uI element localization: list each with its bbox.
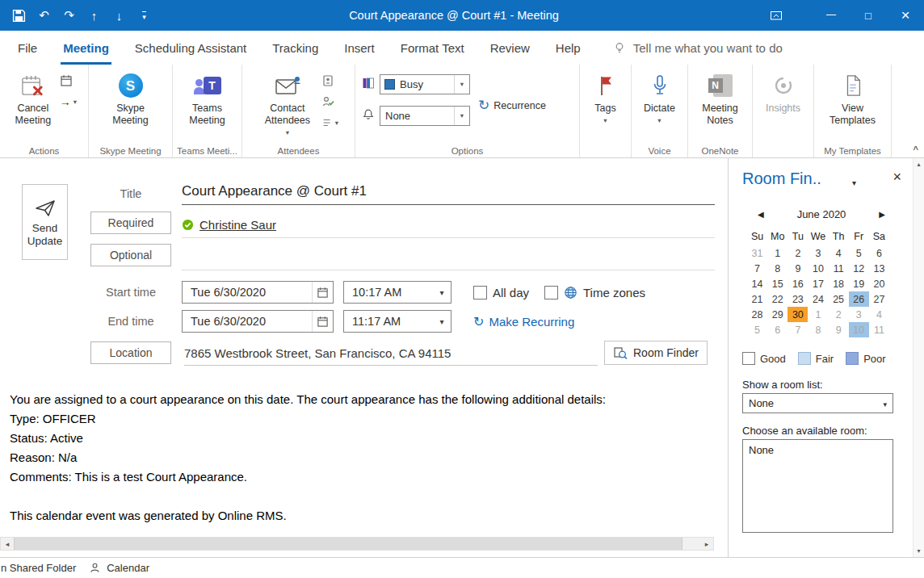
- collapse-ribbon-button[interactable]: ^: [914, 144, 918, 154]
- start-time-input[interactable]: 10:17 AM ▾: [343, 281, 452, 304]
- move-up-button[interactable]: ↑: [82, 0, 107, 31]
- contact-attendees-button[interactable]: Contact Attendees ▾: [257, 69, 318, 136]
- calendar-day[interactable]: 10: [849, 322, 869, 337]
- minimize-button[interactable]: —: [813, 0, 850, 31]
- check-names-button[interactable]: [320, 94, 340, 109]
- time-zones-checkbox[interactable]: [544, 286, 558, 299]
- view-templates-button[interactable]: View Templates: [824, 69, 882, 127]
- calendar-day[interactable]: 6: [869, 245, 889, 261]
- close-button[interactable]: ×: [887, 0, 924, 31]
- calendar-day[interactable]: 12: [849, 261, 869, 276]
- calendar-day[interactable]: 4: [829, 245, 849, 261]
- calendar-day[interactable]: 18: [829, 276, 849, 291]
- tags-button[interactable]: Tags ▾: [591, 69, 619, 124]
- calendar-day[interactable]: 1: [808, 307, 828, 322]
- calendar-day-selected[interactable]: 30: [788, 307, 808, 322]
- calendar-day[interactable]: 7: [788, 322, 808, 337]
- calendar-day[interactable]: 17: [808, 276, 828, 291]
- room-finder-toggle-button[interactable]: Room Finder: [604, 341, 708, 365]
- end-date-input[interactable]: Tue 6/30/2020: [182, 310, 334, 333]
- calendar-day[interactable]: 8: [767, 261, 788, 276]
- calendar-day[interactable]: 11: [829, 261, 849, 276]
- calendar-day[interactable]: 11: [869, 322, 889, 337]
- maximize-button[interactable]: □: [850, 0, 887, 31]
- address-book-button[interactable]: [320, 73, 340, 88]
- tab-insert[interactable]: Insert: [331, 31, 388, 65]
- reminder-dropdown[interactable]: ▾: [454, 107, 469, 125]
- insights-button[interactable]: Insights: [762, 69, 804, 115]
- available-rooms-listbox[interactable]: None: [742, 439, 893, 533]
- calendar-day[interactable]: 2: [788, 245, 808, 261]
- tab-tracking[interactable]: Tracking: [259, 31, 331, 65]
- dictate-button[interactable]: Dictate ▾: [640, 69, 678, 124]
- optional-attendees-button[interactable]: Optional: [90, 244, 171, 266]
- location-input[interactable]: 7865 Westbrook Street, San Francisco, CA…: [184, 341, 598, 366]
- tab-scheduling-assistant[interactable]: Scheduling Assistant: [122, 31, 259, 65]
- forward-button[interactable]: → ▾: [58, 94, 78, 109]
- calendar-day[interactable]: 8: [808, 322, 828, 337]
- room-list-dropdown[interactable]: None ▾: [742, 393, 893, 413]
- calendar-day[interactable]: 3: [849, 307, 869, 322]
- calendar-day[interactable]: 14: [747, 276, 767, 291]
- start-date-input[interactable]: Tue 6/30/2020: [182, 281, 334, 304]
- calendar-day[interactable]: 23: [788, 291, 808, 307]
- send-update-button[interactable]: Send Update: [22, 184, 68, 260]
- required-attendees-field[interactable]: Christine Saur: [182, 212, 715, 238]
- scroll-left-button[interactable]: ◂: [1, 538, 14, 550]
- end-time-dropdown[interactable]: ▾: [433, 311, 451, 332]
- calendar-day[interactable]: 27: [869, 291, 889, 307]
- calendar-day[interactable]: 5: [849, 245, 869, 261]
- calendar-day[interactable]: 6: [767, 322, 788, 337]
- close-pane-icon[interactable]: ×: [892, 169, 901, 185]
- calendar-day[interactable]: 15: [767, 276, 788, 291]
- required-attendees-button[interactable]: Required: [90, 212, 171, 234]
- calendar-day[interactable]: 31: [747, 245, 767, 261]
- calendar-day[interactable]: 25: [829, 291, 849, 307]
- calendar-day[interactable]: 10: [808, 261, 828, 276]
- calendar-day[interactable]: 24: [808, 291, 828, 307]
- teams-meeting-button[interactable]: T Teams Meeting: [183, 69, 232, 127]
- new-items-calendar-button[interactable]: [58, 73, 78, 88]
- tell-me-box[interactable]: Tell me what you want to do: [613, 31, 783, 65]
- location-button[interactable]: Location: [90, 341, 171, 364]
- calendar-day[interactable]: 29: [767, 307, 788, 322]
- customize-quick-access-button[interactable]: ▾: [132, 0, 157, 31]
- scroll-down-button[interactable]: ▾: [917, 547, 920, 555]
- skype-meeting-button[interactable]: S Skype Meeting: [107, 69, 155, 127]
- ribbon-display-options-button[interactable]: [758, 0, 795, 31]
- tab-review[interactable]: Review: [477, 31, 543, 65]
- previous-month-button[interactable]: ◀: [758, 210, 764, 219]
- calendar-day[interactable]: 26: [849, 291, 869, 307]
- calendar-day[interactable]: 4: [869, 307, 889, 322]
- recurrence-button[interactable]: ↻ Recurrence: [478, 95, 546, 115]
- calendar-day[interactable]: 28: [747, 307, 767, 322]
- calendar-day[interactable]: 16: [788, 276, 808, 291]
- calendar-day[interactable]: 9: [788, 261, 808, 276]
- calendar-day[interactable]: 22: [767, 291, 788, 307]
- message-body[interactable]: You are assigned to a court appearance o…: [10, 390, 714, 526]
- calendar-day[interactable]: 20: [869, 276, 889, 291]
- calendar-day[interactable]: 3: [808, 245, 828, 261]
- calendar-day[interactable]: 21: [747, 291, 767, 307]
- calendar-day[interactable]: 1: [767, 245, 788, 261]
- next-month-button[interactable]: ▶: [879, 210, 885, 219]
- calendar-day[interactable]: 5: [747, 322, 767, 337]
- end-time-input[interactable]: 11:17 AM ▾: [343, 310, 452, 333]
- undo-button[interactable]: ↶: [32, 0, 57, 31]
- optional-attendees-field[interactable]: [182, 244, 715, 270]
- horizontal-scrollbar-thumb[interactable]: [14, 538, 682, 550]
- tab-help[interactable]: Help: [543, 31, 594, 65]
- datepicker-icon[interactable]: [312, 282, 333, 303]
- all-day-checkbox[interactable]: [473, 286, 487, 299]
- calendar-day[interactable]: 19: [849, 276, 869, 291]
- cancel-meeting-button[interactable]: Cancel Meeting: [10, 69, 57, 127]
- room-list-item[interactable]: None: [749, 443, 887, 457]
- show-as-combo[interactable]: Busy ▾: [380, 74, 470, 94]
- horizontal-scrollbar[interactable]: ◂ ▸: [0, 537, 714, 551]
- start-time-dropdown[interactable]: ▾: [433, 282, 451, 303]
- attendee-name-link[interactable]: Christine Saur: [200, 218, 276, 232]
- response-options-button[interactable]: ▾: [320, 115, 340, 130]
- save-button[interactable]: [6, 0, 32, 31]
- reminder-combo[interactable]: None ▾: [380, 106, 470, 126]
- scroll-up-button[interactable]: ▴: [917, 161, 920, 168]
